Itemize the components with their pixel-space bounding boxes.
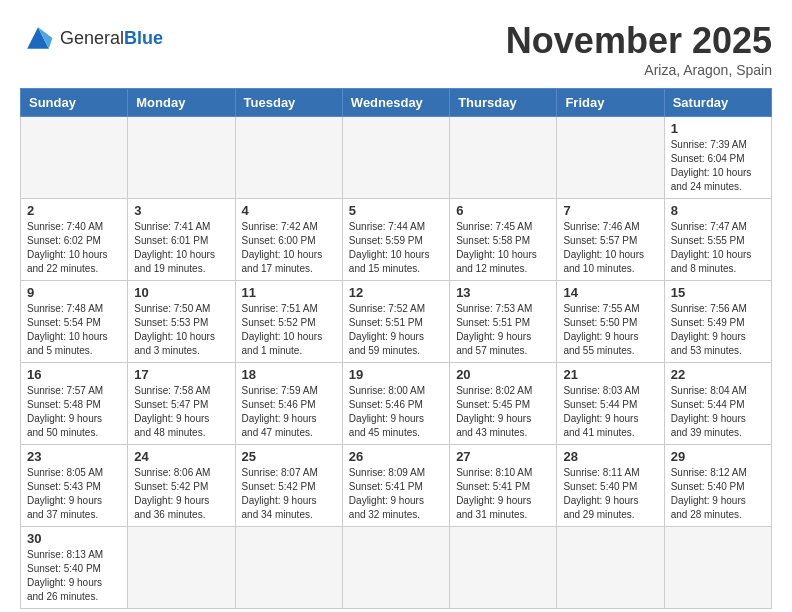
- day-number: 30: [27, 531, 121, 546]
- day-info: Sunrise: 8:03 AM Sunset: 5:44 PM Dayligh…: [563, 384, 657, 440]
- header-monday: Monday: [128, 89, 235, 117]
- day-number: 28: [563, 449, 657, 464]
- title-section: November 2025 Ariza, Aragon, Spain: [506, 20, 772, 78]
- table-row: 8Sunrise: 7:47 AM Sunset: 5:55 PM Daylig…: [664, 199, 771, 281]
- header-tuesday: Tuesday: [235, 89, 342, 117]
- day-number: 23: [27, 449, 121, 464]
- table-row: 9Sunrise: 7:48 AM Sunset: 5:54 PM Daylig…: [21, 281, 128, 363]
- table-row: [450, 117, 557, 199]
- day-info: Sunrise: 7:55 AM Sunset: 5:50 PM Dayligh…: [563, 302, 657, 358]
- day-info: Sunrise: 7:59 AM Sunset: 5:46 PM Dayligh…: [242, 384, 336, 440]
- table-row: [21, 117, 128, 199]
- table-row: 18Sunrise: 7:59 AM Sunset: 5:46 PM Dayli…: [235, 363, 342, 445]
- header-saturday: Saturday: [664, 89, 771, 117]
- day-number: 2: [27, 203, 121, 218]
- table-row: 5Sunrise: 7:44 AM Sunset: 5:59 PM Daylig…: [342, 199, 449, 281]
- day-number: 26: [349, 449, 443, 464]
- table-row: [450, 527, 557, 609]
- logo-text: GeneralBlue: [60, 28, 163, 49]
- day-number: 12: [349, 285, 443, 300]
- table-row: [342, 527, 449, 609]
- table-row: 24Sunrise: 8:06 AM Sunset: 5:42 PM Dayli…: [128, 445, 235, 527]
- calendar: Sunday Monday Tuesday Wednesday Thursday…: [20, 88, 772, 609]
- day-number: 24: [134, 449, 228, 464]
- table-row: 15Sunrise: 7:56 AM Sunset: 5:49 PM Dayli…: [664, 281, 771, 363]
- day-number: 16: [27, 367, 121, 382]
- table-row: 10Sunrise: 7:50 AM Sunset: 5:53 PM Dayli…: [128, 281, 235, 363]
- table-row: 21Sunrise: 8:03 AM Sunset: 5:44 PM Dayli…: [557, 363, 664, 445]
- table-row: 27Sunrise: 8:10 AM Sunset: 5:41 PM Dayli…: [450, 445, 557, 527]
- day-number: 20: [456, 367, 550, 382]
- table-row: 17Sunrise: 7:58 AM Sunset: 5:47 PM Dayli…: [128, 363, 235, 445]
- header-friday: Friday: [557, 89, 664, 117]
- day-info: Sunrise: 8:00 AM Sunset: 5:46 PM Dayligh…: [349, 384, 443, 440]
- day-info: Sunrise: 8:13 AM Sunset: 5:40 PM Dayligh…: [27, 548, 121, 604]
- day-number: 7: [563, 203, 657, 218]
- table-row: 28Sunrise: 8:11 AM Sunset: 5:40 PM Dayli…: [557, 445, 664, 527]
- calendar-header-row: Sunday Monday Tuesday Wednesday Thursday…: [21, 89, 772, 117]
- table-row: [128, 527, 235, 609]
- day-info: Sunrise: 8:02 AM Sunset: 5:45 PM Dayligh…: [456, 384, 550, 440]
- table-row: 3Sunrise: 7:41 AM Sunset: 6:01 PM Daylig…: [128, 199, 235, 281]
- page-header: GeneralBlue November 2025 Ariza, Aragon,…: [20, 20, 772, 78]
- table-row: 4Sunrise: 7:42 AM Sunset: 6:00 PM Daylig…: [235, 199, 342, 281]
- day-info: Sunrise: 8:05 AM Sunset: 5:43 PM Dayligh…: [27, 466, 121, 522]
- day-number: 8: [671, 203, 765, 218]
- day-info: Sunrise: 7:56 AM Sunset: 5:49 PM Dayligh…: [671, 302, 765, 358]
- day-info: Sunrise: 7:51 AM Sunset: 5:52 PM Dayligh…: [242, 302, 336, 358]
- day-number: 18: [242, 367, 336, 382]
- month-title: November 2025: [506, 20, 772, 62]
- day-info: Sunrise: 8:04 AM Sunset: 5:44 PM Dayligh…: [671, 384, 765, 440]
- day-info: Sunrise: 7:46 AM Sunset: 5:57 PM Dayligh…: [563, 220, 657, 276]
- table-row: 25Sunrise: 8:07 AM Sunset: 5:42 PM Dayli…: [235, 445, 342, 527]
- day-info: Sunrise: 7:42 AM Sunset: 6:00 PM Dayligh…: [242, 220, 336, 276]
- table-row: 7Sunrise: 7:46 AM Sunset: 5:57 PM Daylig…: [557, 199, 664, 281]
- day-info: Sunrise: 7:40 AM Sunset: 6:02 PM Dayligh…: [27, 220, 121, 276]
- day-info: Sunrise: 8:06 AM Sunset: 5:42 PM Dayligh…: [134, 466, 228, 522]
- day-number: 6: [456, 203, 550, 218]
- table-row: 19Sunrise: 8:00 AM Sunset: 5:46 PM Dayli…: [342, 363, 449, 445]
- day-info: Sunrise: 7:53 AM Sunset: 5:51 PM Dayligh…: [456, 302, 550, 358]
- day-info: Sunrise: 7:50 AM Sunset: 5:53 PM Dayligh…: [134, 302, 228, 358]
- day-info: Sunrise: 7:44 AM Sunset: 5:59 PM Dayligh…: [349, 220, 443, 276]
- day-info: Sunrise: 8:07 AM Sunset: 5:42 PM Dayligh…: [242, 466, 336, 522]
- table-row: [235, 117, 342, 199]
- logo: GeneralBlue: [20, 20, 163, 56]
- day-number: 22: [671, 367, 765, 382]
- day-number: 1: [671, 121, 765, 136]
- day-number: 25: [242, 449, 336, 464]
- table-row: 2Sunrise: 7:40 AM Sunset: 6:02 PM Daylig…: [21, 199, 128, 281]
- day-info: Sunrise: 7:41 AM Sunset: 6:01 PM Dayligh…: [134, 220, 228, 276]
- table-row: 26Sunrise: 8:09 AM Sunset: 5:41 PM Dayli…: [342, 445, 449, 527]
- table-row: 22Sunrise: 8:04 AM Sunset: 5:44 PM Dayli…: [664, 363, 771, 445]
- day-number: 15: [671, 285, 765, 300]
- day-number: 10: [134, 285, 228, 300]
- day-number: 21: [563, 367, 657, 382]
- day-number: 9: [27, 285, 121, 300]
- header-sunday: Sunday: [21, 89, 128, 117]
- table-row: [557, 117, 664, 199]
- table-row: 16Sunrise: 7:57 AM Sunset: 5:48 PM Dayli…: [21, 363, 128, 445]
- table-row: 30Sunrise: 8:13 AM Sunset: 5:40 PM Dayli…: [21, 527, 128, 609]
- day-number: 27: [456, 449, 550, 464]
- table-row: 14Sunrise: 7:55 AM Sunset: 5:50 PM Dayli…: [557, 281, 664, 363]
- day-number: 17: [134, 367, 228, 382]
- day-number: 4: [242, 203, 336, 218]
- day-number: 3: [134, 203, 228, 218]
- table-row: 6Sunrise: 7:45 AM Sunset: 5:58 PM Daylig…: [450, 199, 557, 281]
- day-number: 19: [349, 367, 443, 382]
- table-row: [342, 117, 449, 199]
- table-row: 13Sunrise: 7:53 AM Sunset: 5:51 PM Dayli…: [450, 281, 557, 363]
- day-info: Sunrise: 7:52 AM Sunset: 5:51 PM Dayligh…: [349, 302, 443, 358]
- day-info: Sunrise: 7:48 AM Sunset: 5:54 PM Dayligh…: [27, 302, 121, 358]
- day-number: 14: [563, 285, 657, 300]
- table-row: 11Sunrise: 7:51 AM Sunset: 5:52 PM Dayli…: [235, 281, 342, 363]
- table-row: [557, 527, 664, 609]
- table-row: 1Sunrise: 7:39 AM Sunset: 6:04 PM Daylig…: [664, 117, 771, 199]
- table-row: 12Sunrise: 7:52 AM Sunset: 5:51 PM Dayli…: [342, 281, 449, 363]
- subtitle: Ariza, Aragon, Spain: [506, 62, 772, 78]
- day-number: 13: [456, 285, 550, 300]
- day-info: Sunrise: 8:12 AM Sunset: 5:40 PM Dayligh…: [671, 466, 765, 522]
- day-info: Sunrise: 7:58 AM Sunset: 5:47 PM Dayligh…: [134, 384, 228, 440]
- table-row: [128, 117, 235, 199]
